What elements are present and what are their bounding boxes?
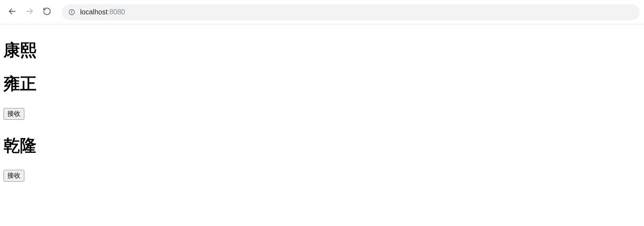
arrow-right-icon [25,7,34,17]
heading-3: 乾隆 [3,135,641,157]
accept-button-2[interactable]: 接收 [3,170,24,182]
arrow-left-icon [8,7,17,17]
reload-button[interactable] [39,4,55,20]
url-port: :8080 [107,8,125,16]
forward-button[interactable] [22,4,37,20]
heading-2: 雍正 [3,73,641,95]
info-icon[interactable] [68,8,76,16]
address-bar[interactable]: localhost:8080 [62,4,640,20]
reload-icon [43,7,51,17]
accept-button-1[interactable]: 接收 [3,108,24,120]
page-content: 康熙 雍正 接收 乾隆 接收 [0,24,644,189]
url-text: localhost:8080 [80,8,125,16]
url-host: localhost [80,8,107,16]
back-button[interactable] [4,4,20,20]
browser-toolbar: localhost:8080 [0,0,644,24]
heading-1: 康熙 [3,39,641,61]
svg-point-4 [72,10,72,11]
